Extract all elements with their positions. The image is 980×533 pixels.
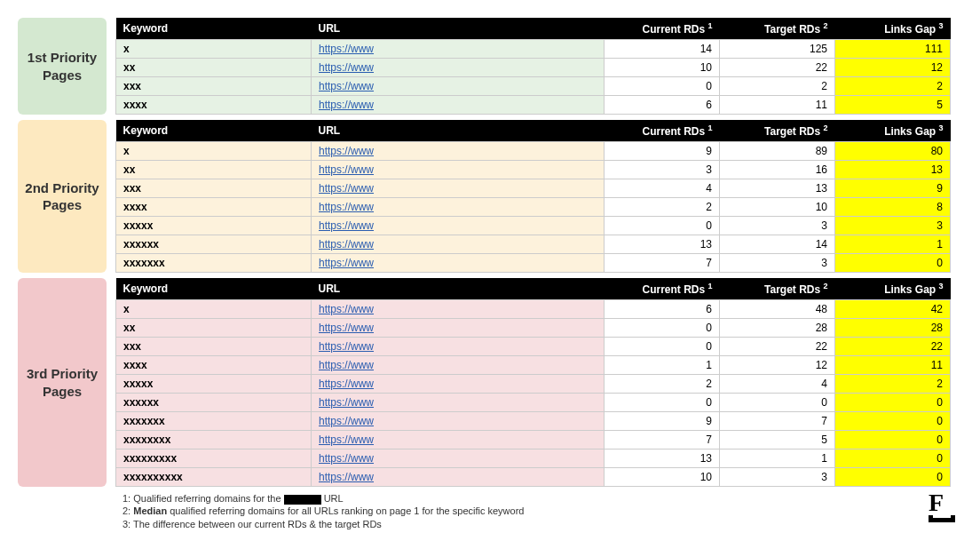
cell-links-gap: 42 xyxy=(835,300,951,319)
cell-url: https://www xyxy=(312,40,605,59)
priority-table: KeywordURLCurrent RDs 1Target RDs 2Links… xyxy=(115,18,951,115)
cell-keyword: xxxxxx xyxy=(116,235,312,254)
cell-keyword: xxx xyxy=(116,179,312,198)
url-link[interactable]: https://www xyxy=(319,61,374,74)
url-link[interactable]: https://www xyxy=(319,452,374,465)
cell-current-rds: 4 xyxy=(605,179,720,198)
url-link[interactable]: https://www xyxy=(319,340,374,353)
col-links-gap: Links Gap 3 xyxy=(835,18,951,40)
url-link[interactable]: https://www xyxy=(319,163,374,176)
table-row: xxhttps://www102212 xyxy=(116,59,951,77)
url-link[interactable]: https://www xyxy=(319,415,374,427)
cell-keyword: xxx xyxy=(116,77,312,96)
cell-current-rds: 9 xyxy=(605,412,720,431)
cell-keyword: xxxxxx xyxy=(116,394,312,412)
table-row: xxxxhttps://www11211 xyxy=(116,356,951,375)
url-link[interactable]: https://www xyxy=(319,257,374,269)
cell-target-rds: 12 xyxy=(720,356,835,375)
cell-links-gap: 5 xyxy=(835,96,951,115)
cell-url: https://www xyxy=(312,161,605,179)
cell-keyword: xx xyxy=(116,319,312,338)
url-link[interactable]: https://www xyxy=(319,219,374,232)
cell-url: https://www xyxy=(312,468,605,487)
col-keyword: Keyword xyxy=(116,120,312,142)
cell-current-rds: 0 xyxy=(605,394,720,412)
cell-keyword: xxxxxxxxxx xyxy=(116,468,312,487)
cell-links-gap: 111 xyxy=(835,40,951,59)
cell-url: https://www xyxy=(312,235,605,254)
table-row: xhttps://www14125111 xyxy=(116,40,951,59)
col-url: URL xyxy=(312,278,605,300)
cell-current-rds: 0 xyxy=(605,217,720,235)
table-row: xxxhttps://www4139 xyxy=(116,179,951,198)
url-link[interactable]: https://www xyxy=(319,471,374,483)
url-link[interactable]: https://www xyxy=(319,322,374,334)
cell-url: https://www xyxy=(312,319,605,338)
url-link[interactable]: https://www xyxy=(319,238,374,251)
priority-badge: 2nd Priority Pages xyxy=(18,120,107,273)
cell-target-rds: 22 xyxy=(720,59,835,77)
cell-current-rds: 0 xyxy=(605,319,720,338)
cell-target-rds: 14 xyxy=(720,235,835,254)
url-link[interactable]: https://www xyxy=(319,378,374,390)
cell-url: https://www xyxy=(312,338,605,356)
footnote-3: 3: The difference between our current RD… xyxy=(122,518,953,530)
cell-keyword: x xyxy=(116,142,312,161)
url-link[interactable]: https://www xyxy=(319,43,374,55)
cell-links-gap: 0 xyxy=(835,412,951,431)
cell-target-rds: 3 xyxy=(720,468,835,487)
cell-url: https://www xyxy=(312,300,605,319)
cell-current-rds: 2 xyxy=(605,198,720,217)
cell-keyword: xxxxxxx xyxy=(116,254,312,273)
url-link[interactable]: https://www xyxy=(319,182,374,195)
cell-links-gap: 0 xyxy=(835,394,951,412)
url-link[interactable]: https://www xyxy=(319,80,374,92)
cell-target-rds: 7 xyxy=(720,412,835,431)
col-current-rds: Current RDs 1 xyxy=(605,120,720,142)
table-row: xhttps://www64842 xyxy=(116,300,951,319)
cell-url: https://www xyxy=(312,142,605,161)
url-link[interactable]: https://www xyxy=(319,359,374,371)
cell-links-gap: 12 xyxy=(835,59,951,77)
table-row: xxxxxxxxxhttps://www1310 xyxy=(116,449,951,468)
cell-url: https://www xyxy=(312,449,605,468)
table-row: xxxxhttps://www2108 xyxy=(116,198,951,217)
col-links-gap: Links Gap 3 xyxy=(835,120,951,142)
cell-target-rds: 4 xyxy=(720,375,835,394)
cell-keyword: xxxxxxxxx xyxy=(116,449,312,468)
table-row: xxxhttps://www022 xyxy=(116,77,951,96)
col-keyword: Keyword xyxy=(116,278,312,300)
cell-links-gap: 13 xyxy=(835,161,951,179)
cell-target-rds: 1 xyxy=(720,449,835,468)
cell-url: https://www xyxy=(312,412,605,431)
cell-target-rds: 3 xyxy=(720,254,835,273)
cell-links-gap: 2 xyxy=(835,77,951,96)
table-row: xxhttps://www31613 xyxy=(116,161,951,179)
cell-target-rds: 0 xyxy=(720,394,835,412)
cell-url: https://www xyxy=(312,356,605,375)
cell-links-gap: 80 xyxy=(835,142,951,161)
priority-table: KeywordURLCurrent RDs 1Target RDs 2Links… xyxy=(115,120,951,273)
table-row: xxxxxxxhttps://www970 xyxy=(116,412,951,431)
cell-keyword: xxxxxxxx xyxy=(116,431,312,449)
table-row: xxxxxhttps://www033 xyxy=(116,217,951,235)
cell-links-gap: 22 xyxy=(835,338,951,356)
url-link[interactable]: https://www xyxy=(319,201,374,213)
priority-table: KeywordURLCurrent RDs 1Target RDs 2Links… xyxy=(115,278,951,487)
footnotes: 1: Qualified referring domains for the U… xyxy=(122,492,953,530)
cell-current-rds: 7 xyxy=(605,254,720,273)
url-link[interactable]: https://www xyxy=(319,396,374,409)
cell-keyword: xxxx xyxy=(116,96,312,115)
cell-links-gap: 1 xyxy=(835,235,951,254)
url-link[interactable]: https://www xyxy=(319,303,374,315)
cell-current-rds: 0 xyxy=(605,77,720,96)
url-link[interactable]: https://www xyxy=(319,145,374,157)
footnote-2: 2: Median qualified referring domains fo… xyxy=(122,505,953,517)
cell-current-rds: 14 xyxy=(605,40,720,59)
cell-current-rds: 2 xyxy=(605,375,720,394)
url-link[interactable]: https://www xyxy=(319,434,374,446)
cell-keyword: xx xyxy=(116,59,312,77)
table-row: xxxxxxxxhttps://www750 xyxy=(116,431,951,449)
url-link[interactable]: https://www xyxy=(319,99,374,111)
cell-keyword: xxxxxxx xyxy=(116,412,312,431)
